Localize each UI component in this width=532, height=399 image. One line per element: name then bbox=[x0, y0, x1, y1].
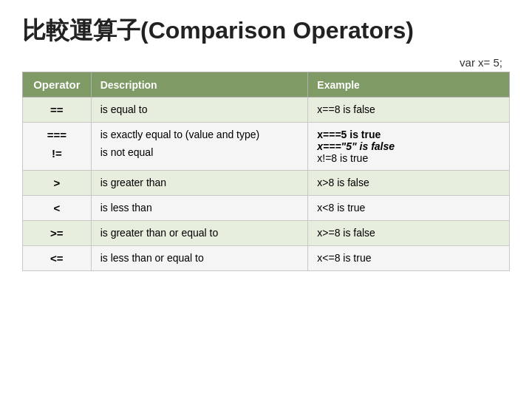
table-header-row: Operator Description Example bbox=[23, 72, 510, 98]
operator-cell: > bbox=[23, 171, 92, 196]
table-row: == is equal to x==8 is false bbox=[23, 98, 510, 123]
table-row: === != is exactly equal to (value and ty… bbox=[23, 123, 510, 171]
example-line1: x===5 is true bbox=[317, 129, 500, 140]
comparison-table: Operator Description Example == is equal… bbox=[22, 72, 510, 271]
table-row: < is less than x<8 is true bbox=[23, 196, 510, 221]
table-row: >= is greater than or equal to x>=8 is f… bbox=[23, 221, 510, 246]
example-cell: x===5 is true x==="5" is false x!=8 is t… bbox=[308, 123, 510, 171]
example-cell: x<=8 is true bbox=[308, 246, 510, 271]
example-cell: x>8 is false bbox=[308, 171, 510, 196]
example-cell: x==8 is false bbox=[308, 98, 510, 123]
operator-cell: == bbox=[23, 98, 92, 123]
description-cell: is exactly equal to (value and type) is … bbox=[91, 123, 308, 171]
desc-line2: is not equal bbox=[100, 146, 299, 158]
page: 比較運算子(Comparison Operators) var x= 5; Op… bbox=[0, 0, 532, 399]
table-row: <= is less than or equal to x<=8 is true bbox=[23, 246, 510, 271]
operator-cell: >= bbox=[23, 221, 92, 246]
operator-cell: <= bbox=[23, 246, 92, 271]
operator-cell: === != bbox=[23, 123, 92, 171]
col-header-operator: Operator bbox=[23, 72, 92, 98]
example-cell: x>=8 is false bbox=[308, 221, 510, 246]
col-header-description: Description bbox=[91, 72, 308, 98]
operator-label-2: != bbox=[32, 147, 82, 160]
example-line3: x!=8 is true bbox=[317, 152, 500, 164]
description-cell: is less than bbox=[91, 196, 308, 221]
description-cell: is greater than bbox=[91, 171, 308, 196]
operator-label: === bbox=[32, 129, 82, 141]
var-line: var x= 5; bbox=[22, 56, 510, 69]
col-header-example: Example bbox=[308, 72, 510, 98]
operator-cell: < bbox=[23, 196, 92, 221]
description-cell: is less than or equal to bbox=[91, 246, 308, 271]
example-cell: x<8 is true bbox=[308, 196, 510, 221]
table-row: > is greater than x>8 is false bbox=[23, 171, 510, 196]
desc-line1: is exactly equal to (value and type) bbox=[100, 129, 299, 140]
example-line2: x==="5" is false bbox=[317, 140, 500, 152]
page-title: 比較運算子(Comparison Operators) bbox=[22, 15, 510, 47]
description-cell: is equal to bbox=[91, 98, 308, 123]
description-cell: is greater than or equal to bbox=[91, 221, 308, 246]
